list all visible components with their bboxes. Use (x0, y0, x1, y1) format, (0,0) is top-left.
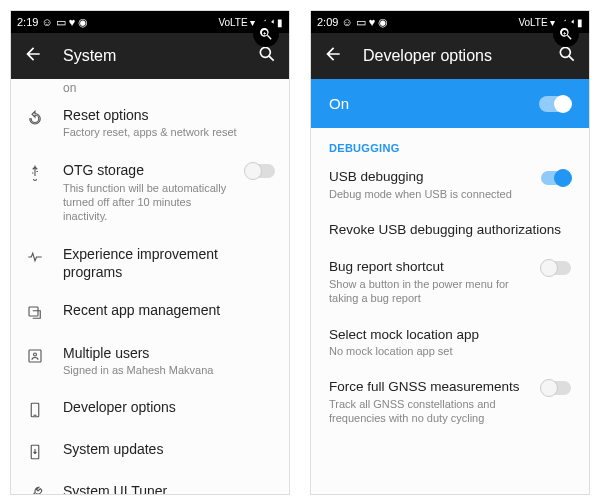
back-arrow-icon[interactable] (323, 44, 343, 68)
back-arrow-icon[interactable] (23, 44, 43, 68)
item-reset-options[interactable]: Reset options Factory reset, apps & netw… (11, 95, 289, 150)
item-usb-debugging[interactable]: USB debugging Debug mode when USB is con… (311, 158, 589, 211)
status-bar: 2:09 ☺ ▭ ♥ ◉ VoLTE ▾ ◢◢ ▮ (311, 11, 589, 33)
status-card-icon: ▭ (356, 16, 366, 29)
svg-rect-2 (29, 307, 38, 316)
svg-point-0 (260, 47, 270, 57)
status-heart-icon: ♥ (369, 16, 376, 28)
heartbeat-icon (25, 247, 45, 267)
truncated-row: on (11, 79, 289, 95)
dev-options-list: On DEBUGGING USB debugging Debug mode wh… (311, 79, 589, 494)
zoom-icon[interactable] (253, 21, 279, 47)
usb-icon (25, 163, 45, 183)
item-system-updates[interactable]: System updates (11, 430, 289, 472)
zoom-icon[interactable] (553, 21, 579, 47)
clock: 2:19 (17, 16, 38, 28)
item-revoke-usb-auth[interactable]: Revoke USB debugging authorizations (311, 211, 589, 249)
app-bar: System (11, 33, 289, 79)
status-emoji-icon: ☺ (341, 16, 352, 28)
usb-debugging-toggle[interactable] (541, 171, 571, 185)
recent-icon (25, 303, 45, 323)
phone-right: 2:09 ☺ ▭ ♥ ◉ VoLTE ▾ ◢◢ ▮ Developer opti… (310, 10, 590, 495)
gnss-toggle[interactable] (541, 381, 571, 395)
item-recent-app-management[interactable]: Recent app management (11, 291, 289, 333)
item-experience-improvement[interactable]: Experience improvement programs (11, 235, 289, 291)
phone-left: 2:19 ☺ ▭ ♥ ◉ VoLTE ▾ ◢◢ ▮ System on Rese… (10, 10, 290, 495)
item-otg-storage[interactable]: OTG storage This function will be automa… (11, 150, 289, 234)
master-toggle[interactable] (539, 96, 571, 112)
status-emoji-icon: ☺ (41, 16, 52, 28)
page-title: Developer options (363, 47, 537, 65)
master-toggle-label: On (329, 95, 349, 112)
phone-icon (25, 400, 45, 420)
update-icon (25, 442, 45, 462)
wrench-icon (25, 484, 45, 494)
search-icon[interactable] (257, 44, 277, 68)
item-multiple-users[interactable]: Multiple users Signed in as Mahesh Makva… (11, 333, 289, 388)
master-toggle-row[interactable]: On (311, 79, 589, 128)
bug-report-toggle[interactable] (541, 261, 571, 275)
item-mock-location[interactable]: Select mock location app No mock locatio… (311, 316, 589, 369)
status-bar: 2:19 ☺ ▭ ♥ ◉ VoLTE ▾ ◢◢ ▮ (11, 11, 289, 33)
status-heart-icon: ♥ (69, 16, 76, 28)
app-bar: Developer options (311, 33, 589, 79)
section-debugging: DEBUGGING (311, 128, 589, 158)
settings-list: on Reset options Factory reset, apps & n… (11, 79, 289, 494)
reset-icon (25, 108, 45, 128)
svg-line-1 (269, 56, 274, 61)
svg-point-4 (34, 353, 37, 356)
svg-point-8 (560, 47, 570, 57)
search-icon[interactable] (557, 44, 577, 68)
item-developer-options[interactable]: Developer options (11, 388, 289, 430)
clock: 2:09 (317, 16, 338, 28)
item-system-ui-tuner[interactable]: System UI Tuner (11, 472, 289, 494)
status-card-icon: ▭ (56, 16, 66, 29)
svg-line-9 (569, 56, 574, 61)
page-title: System (63, 47, 237, 65)
status-circle-icon: ◉ (378, 16, 388, 29)
otg-toggle[interactable] (245, 164, 275, 178)
users-icon (25, 346, 45, 366)
item-bug-report-shortcut[interactable]: Bug report shortcut Show a button in the… (311, 248, 589, 315)
item-force-gnss[interactable]: Force full GNSS measurements Track all G… (311, 368, 589, 435)
status-circle-icon: ◉ (78, 16, 88, 29)
